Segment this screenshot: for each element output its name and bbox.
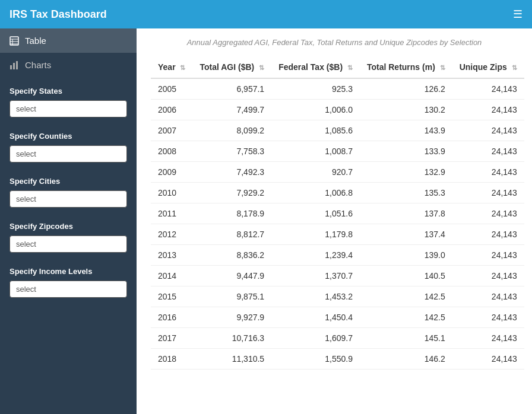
cell-federal-tax: 1,453.2 [271, 286, 360, 307]
main-layout: Table Charts Specify States select Speci… [0, 28, 532, 414]
sort-icon-zips: ⇅ [512, 64, 517, 72]
sidebar-nav-table-label: Table [25, 36, 46, 46]
cell-year: 2005 [151, 78, 192, 100]
table-row: 2005 6,957.1 925.3 126.2 24,143 [151, 78, 524, 100]
app-title: IRS Tax Dashboard [10, 8, 107, 21]
cell-year: 2010 [151, 183, 192, 203]
cell-year: 2017 [151, 328, 192, 349]
col-year[interactable]: Year ⇅ [151, 56, 192, 78]
cell-total-agi: 7,758.3 [192, 141, 271, 162]
cell-total-returns: 130.2 [360, 100, 452, 120]
cell-federal-tax: 1,006.8 [271, 183, 360, 203]
filter-counties-select[interactable]: select [10, 145, 127, 163]
sidebar-item-charts[interactable]: Charts [0, 53, 137, 77]
sidebar-item-table[interactable]: Table [0, 28, 137, 53]
cell-unique-zips: 24,143 [452, 307, 524, 328]
table-row: 2011 8,178.9 1,051.6 137.8 24,143 [151, 203, 524, 224]
col-total-agi[interactable]: Total AGI ($B) ⇅ [192, 56, 271, 78]
cell-federal-tax: 1,179.8 [271, 224, 360, 245]
cell-year: 2006 [151, 100, 192, 120]
cell-total-returns: 139.0 [360, 245, 452, 266]
filter-zipcodes-select[interactable]: select [10, 235, 127, 253]
sort-icon-agi: ⇅ [259, 64, 264, 72]
cell-federal-tax: 1,609.7 [271, 328, 360, 349]
cell-total-agi: 7,492.3 [192, 162, 271, 183]
table-header-row: Year ⇅ Total AGI ($B) ⇅ Federal Tax ($B)… [151, 56, 524, 78]
cell-total-returns: 142.5 [360, 307, 452, 328]
cell-year: 2009 [151, 162, 192, 183]
cell-unique-zips: 24,143 [452, 286, 524, 307]
cell-total-agi: 8,836.2 [192, 245, 271, 266]
cell-year: 2014 [151, 266, 192, 286]
filter-cities-label: Specify Cities [10, 177, 127, 186]
cell-year: 2011 [151, 203, 192, 224]
table-row: 2015 9,875.1 1,453.2 142.5 24,143 [151, 286, 524, 307]
filter-income-section: Specify Income Levels select [0, 257, 137, 302]
table-row: 2010 7,929.2 1,006.8 135.3 24,143 [151, 183, 524, 203]
filter-cities-select[interactable]: select [10, 190, 127, 208]
cell-unique-zips: 24,143 [452, 224, 524, 245]
cell-total-agi: 7,929.2 [192, 183, 271, 203]
sort-icon-returns: ⇅ [440, 64, 445, 72]
svg-rect-6 [13, 63, 15, 69]
cell-total-agi: 6,957.1 [192, 78, 271, 100]
cell-total-agi: 9,447.9 [192, 266, 271, 286]
filter-cities-section: Specify Cities select [0, 167, 137, 212]
table-row: 2018 11,310.5 1,550.9 146.2 24,143 [151, 349, 524, 370]
cell-total-returns: 146.2 [360, 349, 452, 370]
cell-total-returns: 140.5 [360, 266, 452, 286]
cell-total-agi: 8,178.9 [192, 203, 271, 224]
cell-year: 2008 [151, 141, 192, 162]
table-row: 2013 8,836.2 1,239.4 139.0 24,143 [151, 245, 524, 266]
charts-icon [10, 60, 19, 70]
sort-icon-tax: ⇅ [347, 64, 353, 72]
cell-total-agi: 8,812.7 [192, 224, 271, 245]
cell-year: 2016 [151, 307, 192, 328]
cell-total-agi: 10,716.3 [192, 328, 271, 349]
cell-federal-tax: 1,006.0 [271, 100, 360, 120]
cell-year: 2018 [151, 349, 192, 370]
content-subtitle: Annual Aggregated AGI, Federal Tax, Tota… [151, 38, 518, 47]
filter-states-select[interactable]: select [10, 100, 127, 117]
cell-federal-tax: 1,051.6 [271, 203, 360, 224]
sidebar-nav-charts-label: Charts [25, 60, 51, 70]
cell-total-returns: 135.3 [360, 183, 452, 203]
cell-total-agi: 8,099.2 [192, 120, 271, 141]
filter-income-label: Specify Income Levels [10, 267, 127, 276]
main-content: Annual Aggregated AGI, Federal Tax, Tota… [137, 28, 532, 414]
cell-year: 2013 [151, 245, 192, 266]
col-total-returns[interactable]: Total Returns (m) ⇅ [360, 56, 452, 78]
cell-unique-zips: 24,143 [452, 120, 524, 141]
cell-total-agi: 9,927.9 [192, 307, 271, 328]
data-table: Year ⇅ Total AGI ($B) ⇅ Federal Tax ($B)… [151, 56, 524, 370]
cell-unique-zips: 24,143 [452, 141, 524, 162]
table-body: 2005 6,957.1 925.3 126.2 24,143 2006 7,4… [151, 78, 524, 370]
cell-total-agi: 11,310.5 [192, 349, 271, 370]
cell-total-returns: 145.1 [360, 328, 452, 349]
table-row: 2014 9,447.9 1,370.7 140.5 24,143 [151, 266, 524, 286]
cell-total-returns: 133.9 [360, 141, 452, 162]
filter-zipcodes-label: Specify Zipcodes [10, 222, 127, 231]
cell-unique-zips: 24,143 [452, 245, 524, 266]
top-header: IRS Tax Dashboard ☰ [0, 0, 532, 28]
col-federal-tax[interactable]: Federal Tax ($B) ⇅ [271, 56, 360, 78]
cell-unique-zips: 24,143 [452, 349, 524, 370]
table-row: 2016 9,927.9 1,450.4 142.5 24,143 [151, 307, 524, 328]
filter-states-section: Specify States select [0, 77, 137, 122]
cell-unique-zips: 24,143 [452, 266, 524, 286]
table-row: 2017 10,716.3 1,609.7 145.1 24,143 [151, 328, 524, 349]
cell-unique-zips: 24,143 [452, 203, 524, 224]
cell-year: 2007 [151, 120, 192, 141]
sort-icon-year: ⇅ [180, 64, 185, 72]
filter-counties-label: Specify Counties [10, 132, 127, 141]
table-row: 2006 7,499.7 1,006.0 130.2 24,143 [151, 100, 524, 120]
col-unique-zips[interactable]: Unique Zips ⇅ [452, 56, 524, 78]
cell-total-agi: 7,499.7 [192, 100, 271, 120]
cell-unique-zips: 24,143 [452, 78, 524, 100]
table-row: 2007 8,099.2 1,085.6 143.9 24,143 [151, 120, 524, 141]
table-header: Year ⇅ Total AGI ($B) ⇅ Federal Tax ($B)… [151, 56, 524, 78]
hamburger-icon[interactable]: ☰ [513, 8, 522, 21]
filter-income-select[interactable]: select [10, 281, 127, 298]
cell-year: 2015 [151, 286, 192, 307]
sidebar: Table Charts Specify States select Speci… [0, 28, 137, 414]
